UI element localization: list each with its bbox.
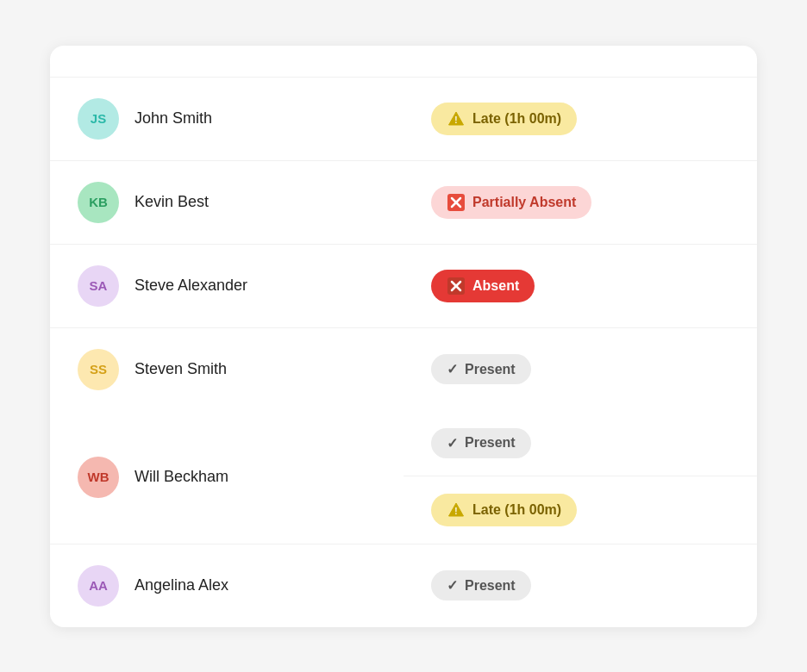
status-badge-present: ✓Present xyxy=(431,354,531,384)
user-cell: SS Steven Smith xyxy=(50,328,404,411)
user-name: Steve Alexander xyxy=(134,277,247,295)
table-row: AA Angelina Alex ✓Present xyxy=(50,544,757,627)
status-badge-late: ! Late (1h 00m) xyxy=(431,494,577,526)
status-cell-group: ✓Present ! Late (1h 00m) xyxy=(404,411,757,544)
status-badge-partial: Partially Absent xyxy=(431,186,591,219)
user-cell: KB Kevin Best xyxy=(50,161,404,244)
status-cell: Partially Absent xyxy=(404,165,757,240)
warning-icon: ! xyxy=(447,109,466,128)
x-box-icon xyxy=(447,277,466,296)
user-name: Steven Smith xyxy=(134,360,227,378)
user-cell: WB Will Beckham xyxy=(50,411,404,544)
status-cell: ! Late (1h 00m) xyxy=(404,82,757,156)
check-icon: ✓ xyxy=(447,361,458,377)
status-label: Partially Absent xyxy=(472,195,576,210)
avatar: WB xyxy=(78,457,119,498)
status-label: Late (1h 00m) xyxy=(472,502,561,518)
svg-text:!: ! xyxy=(454,115,457,125)
status-label: Absent xyxy=(472,278,519,294)
status-label: Present xyxy=(465,435,516,451)
status-label: Late (1h 00m) xyxy=(472,111,561,127)
status-item: ✓Present xyxy=(404,411,757,476)
status-label: Present xyxy=(465,578,516,594)
x-box-icon xyxy=(447,193,466,212)
user-cell: AA Angelina Alex xyxy=(50,544,404,627)
avatar: JS xyxy=(78,98,119,140)
user-cell: JS John Smith xyxy=(50,78,404,160)
status-badge-late: ! Late (1h 00m) xyxy=(431,103,577,135)
status-badge-present: ✓Present xyxy=(431,428,531,458)
avatar: SS xyxy=(78,349,119,390)
warning-icon: ! xyxy=(447,501,466,520)
user-name: Will Beckham xyxy=(134,468,228,486)
check-icon: ✓ xyxy=(447,435,458,451)
status-badge-absent: Absent xyxy=(431,270,535,302)
status-badge-present: ✓Present xyxy=(431,570,531,600)
table-row: SA Steve Alexander Absent xyxy=(50,245,757,328)
avatar: SA xyxy=(78,265,119,307)
user-cell: SA Steve Alexander xyxy=(50,245,404,327)
table-row: SS Steven Smith ✓Present xyxy=(50,328,757,411)
avatar: KB xyxy=(78,182,119,223)
user-name: Angelina Alex xyxy=(134,576,228,594)
svg-text:!: ! xyxy=(454,507,457,516)
status-cell: ✓Present xyxy=(404,333,757,405)
table-row: WB Will Beckham ✓Present ! Late (1h 00m) xyxy=(50,411,757,544)
user-name: Kevin Best xyxy=(134,193,209,211)
status-cell: ✓Present xyxy=(404,550,757,621)
table-row: KB Kevin Best Partially Absent xyxy=(50,161,757,245)
status-label: Present xyxy=(465,362,516,377)
table-row: JS John Smith ! Late (1h 00m) xyxy=(50,78,757,161)
status-item: ! Late (1h 00m) xyxy=(404,476,757,544)
attendance-table: JS John Smith ! Late (1h 00m) KB Kevin B… xyxy=(50,46,757,627)
user-name: John Smith xyxy=(134,109,212,128)
avatar: AA xyxy=(78,565,119,607)
check-icon: ✓ xyxy=(447,577,458,594)
table-header xyxy=(50,46,757,78)
status-cell: Absent xyxy=(404,249,757,323)
